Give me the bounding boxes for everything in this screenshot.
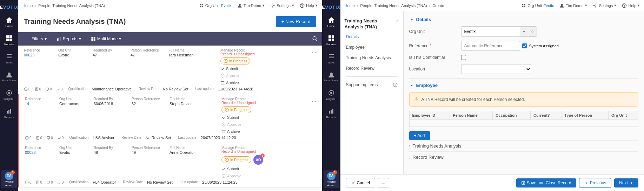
svg-point-18 bbox=[272, 5, 273, 6]
record-review-expand-icon: › bbox=[409, 155, 411, 160]
svg-rect-37 bbox=[222, 131, 225, 133]
svg-rect-4 bbox=[7, 54, 12, 55]
svg-rect-12 bbox=[10, 109, 11, 114]
right-settings-menu[interactable]: Settings ▾ bbox=[593, 3, 617, 8]
left-main: Home › People: Training Needs Analysis (… bbox=[18, 0, 322, 191]
sidebar-modules[interactable]: Modules bbox=[0, 31, 18, 49]
previous-button[interactable]: Previous bbox=[579, 178, 612, 188]
sidebar-home[interactable]: Home bbox=[0, 13, 18, 31]
employee-table: Employee ID Person Name Occupation Curre… bbox=[409, 111, 639, 127]
svg-rect-24 bbox=[93, 37, 95, 39]
right-nav-tna[interactable]: Training Needs Analysis bbox=[340, 53, 403, 63]
new-record-button[interactable]: + New Record bbox=[276, 16, 316, 27]
right-nav-home-link[interactable]: Home bbox=[345, 4, 355, 8]
svg-rect-46 bbox=[328, 35, 331, 38]
next-button[interactable]: Next bbox=[614, 178, 638, 187]
confidential-checkbox[interactable] bbox=[461, 55, 466, 60]
supporting-items: Supporting Items bbox=[340, 80, 403, 90]
location-field-row: Location bbox=[409, 64, 639, 74]
submit-action[interactable]: Submit bbox=[220, 66, 316, 71]
svg-rect-2 bbox=[6, 39, 9, 41]
collapse-icon[interactable]: ∧ bbox=[396, 18, 399, 23]
more-menu-button[interactable]: ··· bbox=[378, 178, 389, 188]
search-icon[interactable] bbox=[312, 36, 318, 42]
archive-action[interactable]: Archive bbox=[220, 80, 316, 86]
right-sidebar-insights[interactable]: Insights+ bbox=[322, 86, 340, 104]
org-unit-dropdown-icon[interactable] bbox=[520, 27, 528, 36]
reference-input[interactable] bbox=[461, 41, 520, 51]
sidebar-tasks[interactable]: Tasks bbox=[0, 49, 18, 68]
employee-empty-row bbox=[409, 120, 638, 127]
status-in-progress-button[interactable]: In Progress bbox=[220, 57, 250, 64]
add-employee-button[interactable]: + Add bbox=[409, 131, 430, 140]
system-assigned-checkbox[interactable] bbox=[522, 43, 527, 48]
reference-field-row: Reference System Assigned bbox=[409, 41, 639, 51]
evotix-logo-right: EVOTIX bbox=[322, 3, 341, 13]
right-sidebar-assure[interactable]: EA 5 EVOTIX Assure bbox=[324, 170, 339, 188]
right-nav-breadcrumb2: Create bbox=[432, 4, 444, 8]
reports-button[interactable]: Reports ▾ bbox=[54, 35, 84, 43]
submit-action[interactable]: Submit bbox=[221, 115, 316, 120]
tna-expand-section[interactable]: › Training Needs Analysis bbox=[409, 140, 639, 151]
svg-rect-45 bbox=[47, 181, 50, 183]
more-options-button[interactable]: ··· bbox=[312, 49, 316, 55]
employee-section-header[interactable]: Employee bbox=[409, 83, 639, 88]
approve-action: Approve bbox=[221, 122, 316, 127]
user-menu[interactable]: Tim Demo ▾ bbox=[237, 3, 265, 8]
more-options-button[interactable]: ··· bbox=[312, 147, 316, 152]
settings-menu[interactable]: Settings ▾ bbox=[270, 3, 294, 8]
left-sidebar: EVOTIX Home Modules Tasks Portal Queue bbox=[0, 0, 18, 191]
cancel-button[interactable]: Cancel bbox=[346, 178, 375, 188]
details-section-header[interactable]: Details bbox=[409, 17, 639, 22]
multi-mode-button[interactable]: Multi Mode ▾ bbox=[88, 35, 124, 43]
record-review-expand-section[interactable]: › Record Review bbox=[409, 151, 639, 163]
location-select[interactable] bbox=[461, 64, 531, 74]
svg-rect-49 bbox=[332, 39, 334, 41]
org-unit-input[interactable] bbox=[462, 27, 520, 36]
help-menu[interactable]: Help ▾ bbox=[300, 3, 318, 8]
right-sidebar-portal-queue[interactable]: Portal Queue bbox=[322, 68, 340, 86]
archive-action[interactable]: Archive bbox=[221, 129, 316, 134]
status-in-progress-button[interactable]: In Progress bbox=[221, 156, 251, 163]
right-sidebar-tasks[interactable]: Tasks bbox=[322, 49, 340, 68]
confidential-field-row: Is This Confidential bbox=[409, 55, 639, 60]
more-options-button[interactable]: ··· bbox=[312, 98, 316, 104]
save-close-button[interactable]: Save and Close Record bbox=[516, 178, 576, 187]
right-nav-breadcrumb1: People: Training Needs Analysis (TNA) bbox=[360, 4, 427, 8]
svg-rect-21 bbox=[58, 38, 59, 41]
svg-rect-58 bbox=[332, 109, 333, 114]
svg-rect-22 bbox=[60, 37, 60, 41]
right-sidebar: EVOTIX Home Modules Tasks bbox=[322, 0, 340, 191]
sidebar-insights[interactable]: Insights+ bbox=[0, 86, 18, 104]
submit-action[interactable]: Submit bbox=[221, 166, 316, 172]
employee-warning-banner: ⚠ A TNA Record will be created for each … bbox=[409, 92, 639, 107]
org-unit-selector[interactable]: Org Unit Evotix bbox=[199, 3, 232, 8]
right-sidebar-reports[interactable]: Reports bbox=[322, 104, 340, 122]
sidebar-reports[interactable]: Reports bbox=[0, 104, 18, 122]
avatar: AO 5 bbox=[253, 155, 263, 165]
nav-home-link[interactable]: Home bbox=[22, 4, 33, 8]
status-in-progress-button[interactable]: In Progress bbox=[221, 106, 251, 113]
right-help-menu[interactable]: Help ▾ bbox=[622, 3, 640, 8]
nav-breadcrumb: People: Training Needs Analysis (TNA) bbox=[38, 4, 105, 8]
right-nav-record-review[interactable]: Record Review bbox=[340, 63, 403, 74]
right-nav-employee[interactable]: Employee bbox=[340, 42, 403, 53]
svg-rect-60 bbox=[524, 4, 525, 5]
svg-point-64 bbox=[595, 5, 596, 6]
right-nav-details[interactable]: Details bbox=[340, 32, 403, 42]
org-unit-settings-icon[interactable] bbox=[528, 27, 537, 36]
svg-point-55 bbox=[330, 92, 332, 94]
svg-rect-5 bbox=[7, 56, 12, 56]
right-user-menu[interactable]: Tim Demo ▾ bbox=[559, 3, 587, 8]
svg-rect-20 bbox=[57, 39, 58, 41]
sidebar-portal-queue[interactable]: Portal Queue bbox=[0, 68, 18, 86]
right-org-unit-selector[interactable]: Org Unit Evotix bbox=[521, 3, 554, 8]
topnav-right: Org Unit Evotix Tim Demo ▾ Settings ▾ bbox=[199, 3, 318, 8]
right-sidebar-home[interactable]: Home bbox=[322, 13, 340, 31]
right-sidebar-modules[interactable]: Modules bbox=[322, 31, 340, 49]
filters-button[interactable]: Filters ▾ bbox=[22, 35, 49, 43]
svg-rect-57 bbox=[331, 110, 332, 114]
svg-rect-6 bbox=[7, 57, 12, 58]
sidebar-assure[interactable]: EA 5 EVOTIX Assure bbox=[1, 170, 17, 188]
svg-rect-31 bbox=[221, 82, 224, 84]
